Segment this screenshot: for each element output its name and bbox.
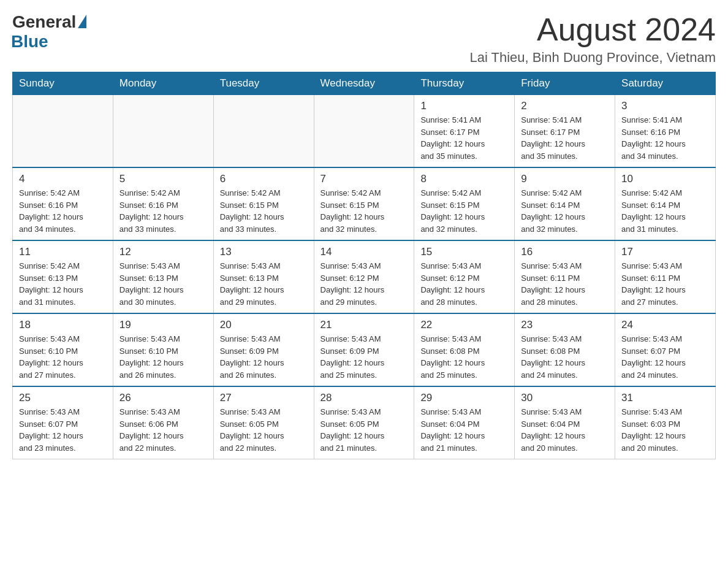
day-info: Sunrise: 5:43 AMSunset: 6:04 PMDaylight:… bbox=[420, 406, 508, 454]
calendar-cell bbox=[314, 95, 414, 168]
day-number: 2 bbox=[521, 100, 609, 112]
day-number: 30 bbox=[521, 392, 609, 404]
calendar-cell: 3Sunrise: 5:41 AMSunset: 6:16 PMDaylight… bbox=[615, 95, 716, 168]
day-number: 13 bbox=[220, 246, 308, 258]
calendar-header-sunday: Sunday bbox=[13, 72, 113, 95]
day-number: 11 bbox=[19, 246, 107, 258]
day-info: Sunrise: 5:43 AMSunset: 6:11 PMDaylight:… bbox=[521, 260, 609, 308]
calendar-cell: 7Sunrise: 5:42 AMSunset: 6:15 PMDaylight… bbox=[314, 167, 414, 240]
day-info: Sunrise: 5:43 AMSunset: 6:13 PMDaylight:… bbox=[119, 260, 207, 308]
day-number: 25 bbox=[19, 392, 107, 404]
day-info: Sunrise: 5:43 AMSunset: 6:09 PMDaylight:… bbox=[320, 333, 408, 381]
day-number: 8 bbox=[420, 173, 508, 185]
day-info: Sunrise: 5:43 AMSunset: 6:07 PMDaylight:… bbox=[19, 406, 107, 454]
calendar-cell: 14Sunrise: 5:43 AMSunset: 6:12 PMDayligh… bbox=[314, 240, 414, 313]
day-info: Sunrise: 5:43 AMSunset: 6:10 PMDaylight:… bbox=[19, 333, 107, 381]
calendar-cell: 18Sunrise: 5:43 AMSunset: 6:10 PMDayligh… bbox=[13, 313, 113, 386]
day-info: Sunrise: 5:43 AMSunset: 6:09 PMDaylight:… bbox=[220, 333, 308, 381]
day-info: Sunrise: 5:41 AMSunset: 6:17 PMDaylight:… bbox=[420, 114, 508, 162]
day-number: 26 bbox=[119, 392, 207, 404]
day-info: Sunrise: 5:43 AMSunset: 6:06 PMDaylight:… bbox=[119, 406, 207, 454]
calendar-cell: 15Sunrise: 5:43 AMSunset: 6:12 PMDayligh… bbox=[414, 240, 515, 313]
day-info: Sunrise: 5:43 AMSunset: 6:07 PMDaylight:… bbox=[621, 333, 709, 381]
day-number: 3 bbox=[621, 100, 709, 112]
day-info: Sunrise: 5:43 AMSunset: 6:08 PMDaylight:… bbox=[420, 333, 508, 381]
day-info: Sunrise: 5:43 AMSunset: 6:05 PMDaylight:… bbox=[320, 406, 408, 454]
calendar-cell: 1Sunrise: 5:41 AMSunset: 6:17 PMDaylight… bbox=[414, 95, 515, 168]
calendar-week-row: 1Sunrise: 5:41 AMSunset: 6:17 PMDaylight… bbox=[13, 95, 716, 168]
day-info: Sunrise: 5:43 AMSunset: 6:13 PMDaylight:… bbox=[220, 260, 308, 308]
calendar-cell bbox=[13, 95, 113, 168]
logo-blue-text: Blue bbox=[11, 32, 48, 52]
day-number: 15 bbox=[420, 246, 508, 258]
day-info: Sunrise: 5:42 AMSunset: 6:16 PMDaylight:… bbox=[19, 187, 107, 235]
calendar-cell: 24Sunrise: 5:43 AMSunset: 6:07 PMDayligh… bbox=[615, 313, 716, 386]
day-info: Sunrise: 5:42 AMSunset: 6:16 PMDaylight:… bbox=[119, 187, 207, 235]
day-number: 10 bbox=[621, 173, 709, 185]
calendar-cell: 26Sunrise: 5:43 AMSunset: 6:06 PMDayligh… bbox=[113, 386, 213, 459]
day-info: Sunrise: 5:43 AMSunset: 6:10 PMDaylight:… bbox=[119, 333, 207, 381]
calendar-cell: 23Sunrise: 5:43 AMSunset: 6:08 PMDayligh… bbox=[515, 313, 615, 386]
day-number: 31 bbox=[621, 392, 709, 404]
day-number: 24 bbox=[621, 319, 709, 331]
calendar-cell: 13Sunrise: 5:43 AMSunset: 6:13 PMDayligh… bbox=[213, 240, 314, 313]
day-number: 18 bbox=[19, 319, 107, 331]
calendar-cell bbox=[113, 95, 213, 168]
calendar-header-tuesday: Tuesday bbox=[213, 72, 314, 95]
day-info: Sunrise: 5:41 AMSunset: 6:16 PMDaylight:… bbox=[621, 114, 709, 162]
calendar-cell: 6Sunrise: 5:42 AMSunset: 6:15 PMDaylight… bbox=[213, 167, 314, 240]
logo-triangle-icon bbox=[78, 15, 86, 28]
calendar-cell: 17Sunrise: 5:43 AMSunset: 6:11 PMDayligh… bbox=[615, 240, 716, 313]
day-info: Sunrise: 5:42 AMSunset: 6:15 PMDaylight:… bbox=[320, 187, 408, 235]
day-number: 21 bbox=[320, 319, 408, 331]
calendar-cell: 10Sunrise: 5:42 AMSunset: 6:14 PMDayligh… bbox=[615, 167, 716, 240]
header: General Blue August 2024 Lai Thieu, Binh… bbox=[12, 12, 716, 66]
logo: General Blue bbox=[12, 12, 86, 52]
calendar-cell: 21Sunrise: 5:43 AMSunset: 6:09 PMDayligh… bbox=[314, 313, 414, 386]
calendar-cell: 25Sunrise: 5:43 AMSunset: 6:07 PMDayligh… bbox=[13, 386, 113, 459]
day-number: 27 bbox=[220, 392, 308, 404]
day-number: 22 bbox=[420, 319, 508, 331]
calendar-table: SundayMondayTuesdayWednesdayThursdayFrid… bbox=[12, 72, 716, 459]
day-number: 17 bbox=[621, 246, 709, 258]
calendar-cell: 8Sunrise: 5:42 AMSunset: 6:15 PMDaylight… bbox=[414, 167, 515, 240]
calendar-week-row: 25Sunrise: 5:43 AMSunset: 6:07 PMDayligh… bbox=[13, 386, 716, 459]
day-info: Sunrise: 5:43 AMSunset: 6:12 PMDaylight:… bbox=[420, 260, 508, 308]
calendar-cell: 20Sunrise: 5:43 AMSunset: 6:09 PMDayligh… bbox=[213, 313, 314, 386]
day-number: 20 bbox=[220, 319, 308, 331]
calendar-cell: 31Sunrise: 5:43 AMSunset: 6:03 PMDayligh… bbox=[615, 386, 716, 459]
calendar-week-row: 11Sunrise: 5:42 AMSunset: 6:13 PMDayligh… bbox=[13, 240, 716, 313]
day-info: Sunrise: 5:42 AMSunset: 6:13 PMDaylight:… bbox=[19, 260, 107, 308]
calendar-header-row: SundayMondayTuesdayWednesdayThursdayFrid… bbox=[13, 72, 716, 95]
logo-general-text: General bbox=[12, 12, 76, 32]
calendar-cell: 22Sunrise: 5:43 AMSunset: 6:08 PMDayligh… bbox=[414, 313, 515, 386]
day-number: 19 bbox=[119, 319, 207, 331]
month-title: August 2024 bbox=[469, 12, 716, 47]
calendar-header-friday: Friday bbox=[515, 72, 615, 95]
day-info: Sunrise: 5:43 AMSunset: 6:12 PMDaylight:… bbox=[320, 260, 408, 308]
day-number: 14 bbox=[320, 246, 408, 258]
day-info: Sunrise: 5:43 AMSunset: 6:03 PMDaylight:… bbox=[621, 406, 709, 454]
day-info: Sunrise: 5:42 AMSunset: 6:14 PMDaylight:… bbox=[621, 187, 709, 235]
calendar-cell: 30Sunrise: 5:43 AMSunset: 6:04 PMDayligh… bbox=[515, 386, 615, 459]
day-number: 4 bbox=[19, 173, 107, 185]
day-info: Sunrise: 5:43 AMSunset: 6:04 PMDaylight:… bbox=[521, 406, 609, 454]
calendar-cell: 27Sunrise: 5:43 AMSunset: 6:05 PMDayligh… bbox=[213, 386, 314, 459]
calendar-header-monday: Monday bbox=[113, 72, 213, 95]
day-info: Sunrise: 5:41 AMSunset: 6:17 PMDaylight:… bbox=[521, 114, 609, 162]
calendar-header-saturday: Saturday bbox=[615, 72, 716, 95]
day-number: 7 bbox=[320, 173, 408, 185]
calendar-cell: 4Sunrise: 5:42 AMSunset: 6:16 PMDaylight… bbox=[13, 167, 113, 240]
day-info: Sunrise: 5:43 AMSunset: 6:05 PMDaylight:… bbox=[220, 406, 308, 454]
calendar-cell: 2Sunrise: 5:41 AMSunset: 6:17 PMDaylight… bbox=[515, 95, 615, 168]
calendar-cell: 16Sunrise: 5:43 AMSunset: 6:11 PMDayligh… bbox=[515, 240, 615, 313]
location-title: Lai Thieu, Binh Duong Province, Vietnam bbox=[469, 50, 716, 66]
calendar-week-row: 18Sunrise: 5:43 AMSunset: 6:10 PMDayligh… bbox=[13, 313, 716, 386]
calendar-cell: 29Sunrise: 5:43 AMSunset: 6:04 PMDayligh… bbox=[414, 386, 515, 459]
title-area: August 2024 Lai Thieu, Binh Duong Provin… bbox=[469, 12, 716, 66]
day-info: Sunrise: 5:42 AMSunset: 6:15 PMDaylight:… bbox=[420, 187, 508, 235]
day-info: Sunrise: 5:42 AMSunset: 6:15 PMDaylight:… bbox=[220, 187, 308, 235]
calendar-cell: 28Sunrise: 5:43 AMSunset: 6:05 PMDayligh… bbox=[314, 386, 414, 459]
calendar-cell: 9Sunrise: 5:42 AMSunset: 6:14 PMDaylight… bbox=[515, 167, 615, 240]
day-number: 6 bbox=[220, 173, 308, 185]
